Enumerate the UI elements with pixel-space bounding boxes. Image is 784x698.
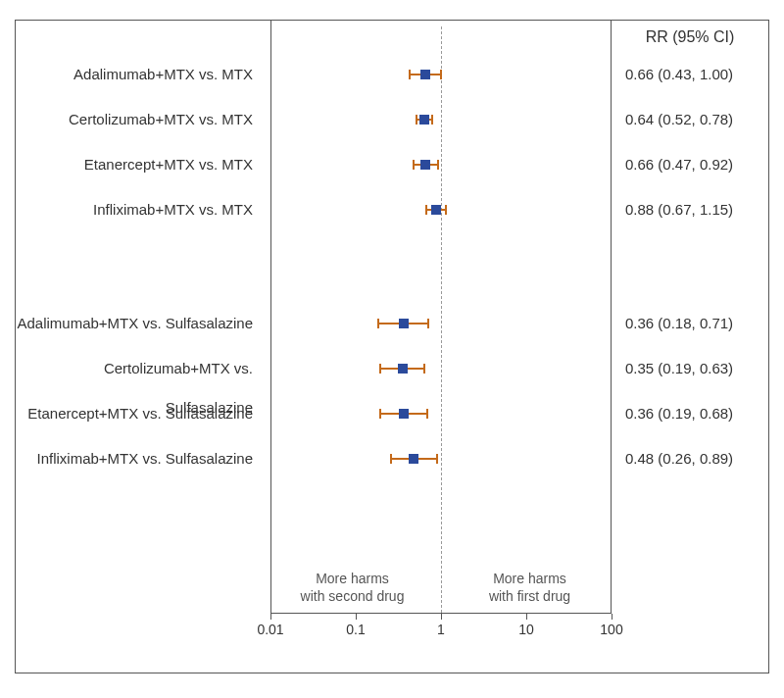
row-value: 0.48 (0.26, 0.89) xyxy=(612,439,768,478)
x-tick-label: 100 xyxy=(600,622,622,637)
ci-cap xyxy=(416,115,417,125)
ci-cap xyxy=(377,319,379,328)
point-estimate xyxy=(431,205,441,215)
x-tick xyxy=(270,614,271,620)
ci-cap xyxy=(425,205,427,215)
ci-cap xyxy=(423,364,425,374)
row-label: Adalimumab+MTX vs. MTX xyxy=(16,55,270,94)
row-label: Etanercept+MTX vs. MTX xyxy=(16,145,270,184)
row-value: 0.36 (0.19, 0.68) xyxy=(612,394,768,433)
ci-cap xyxy=(379,364,381,374)
x-tick-label: 1 xyxy=(437,622,445,637)
ci-cap xyxy=(427,319,429,328)
point-estimate xyxy=(420,70,430,79)
row-value: 0.36 (0.18, 0.71) xyxy=(612,304,768,343)
row-value: 0.35 (0.19, 0.63) xyxy=(612,349,768,388)
direction-right: More harmswith first drug xyxy=(441,571,611,605)
point-estimate xyxy=(399,319,409,328)
row-label: Infliximab+MTX vs. MTX xyxy=(16,190,270,229)
ci-cap xyxy=(426,409,428,419)
row-value: 0.88 (0.67, 1.15) xyxy=(612,190,768,229)
x-tick xyxy=(441,614,442,620)
ci-cap xyxy=(437,160,439,170)
ci-cap xyxy=(440,70,442,79)
row-label: Certolizumab+MTX vs. MTX xyxy=(16,100,270,139)
row-value: 0.64 (0.52, 0.78) xyxy=(612,100,768,139)
point-estimate xyxy=(399,409,409,419)
row-label: Etanercept+MTX vs. Sulfasalazine xyxy=(16,394,270,433)
x-tick-label: 0.1 xyxy=(346,622,365,637)
labels-column: Adalimumab+MTX vs. MTXCertolizumab+MTX v… xyxy=(16,21,270,614)
ci-cap xyxy=(413,160,415,170)
ci-cap xyxy=(436,454,438,464)
direction-left: More harmswith second drug xyxy=(271,571,441,605)
point-estimate xyxy=(409,454,418,464)
direction-labels: More harmswith second drug More harmswit… xyxy=(271,571,611,605)
point-estimate xyxy=(398,364,408,374)
values-column: 0.66 (0.43, 1.00)0.64 (0.52, 0.78)0.66 (… xyxy=(612,21,768,614)
row-label: Infliximab+MTX vs. Sulfasalazine xyxy=(16,439,270,478)
plot-area: More harmswith second drug More harmswit… xyxy=(270,21,612,614)
point-estimate xyxy=(419,115,429,125)
x-tick xyxy=(612,614,612,620)
x-tick xyxy=(356,614,357,620)
row-value: 0.66 (0.47, 0.92) xyxy=(612,145,768,184)
x-tick-label: 10 xyxy=(518,622,534,637)
x-axis: 0.010.1110100 xyxy=(270,614,612,673)
ci-cap xyxy=(409,70,411,79)
row-value: 0.66 (0.43, 1.00) xyxy=(612,55,768,94)
row-label: Certolizumab+MTX vs. Sulfasalazine xyxy=(16,349,270,388)
forest-plot: RR (95% CI) Adalimumab+MTX vs. MTXCertol… xyxy=(15,20,769,673)
x-tick-label: 0.01 xyxy=(257,622,283,637)
ci-cap xyxy=(431,115,433,125)
point-estimate xyxy=(420,160,430,170)
x-tick xyxy=(526,614,527,620)
ci-cap xyxy=(379,409,381,419)
ci-cap xyxy=(390,454,392,464)
ci-cap xyxy=(445,205,447,215)
row-label: Adalimumab+MTX vs. Sulfasalazine xyxy=(16,304,270,343)
